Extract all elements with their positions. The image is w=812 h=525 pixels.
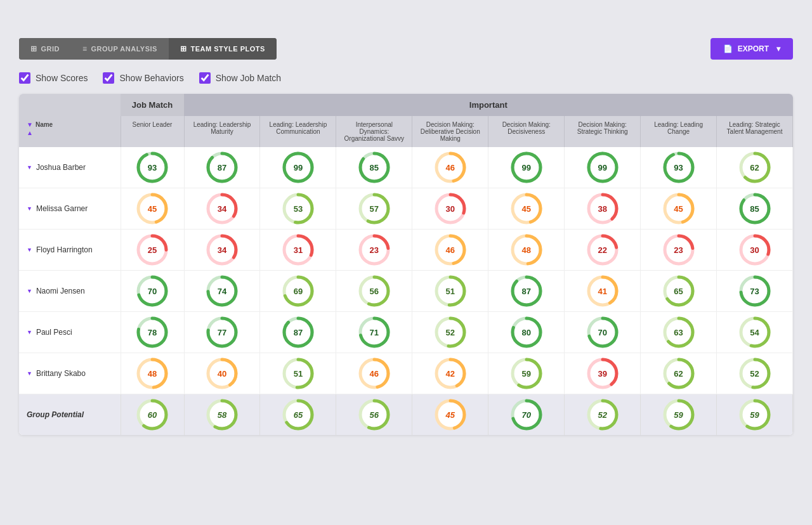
- score-circle: 99: [282, 151, 315, 184]
- score-cell: 65: [641, 271, 717, 312]
- section-header-row: Job Match Important: [19, 94, 793, 116]
- score-cell: 46: [336, 353, 412, 394]
- score-value: 78: [148, 328, 157, 337]
- score-value: 22: [598, 245, 606, 255]
- score-value: 63: [674, 328, 683, 337]
- score-value: 77: [218, 328, 226, 337]
- tab-group-analysis[interactable]: ≡ GROUP ANALYSIS: [71, 38, 169, 60]
- grid-icon: ⊞: [30, 44, 37, 53]
- score-cell: 42: [412, 353, 488, 394]
- person-name-label: Floyd Harrington: [36, 245, 93, 254]
- score-value: 60: [148, 410, 157, 420]
- score-circle: 71: [358, 316, 391, 349]
- score-circle: 30: [738, 233, 771, 266]
- table-row: ▼ Floyd Harrington 25 34 31: [19, 230, 793, 271]
- score-circle: 73: [738, 275, 771, 308]
- score-cell: 56: [336, 271, 412, 312]
- score-cell: 38: [565, 188, 641, 230]
- show-job-match-checkbox[interactable]: Show Job Match: [199, 72, 282, 84]
- row-expand-icon[interactable]: ▼: [27, 164, 32, 171]
- score-circle: 69: [282, 275, 315, 308]
- row-expand-icon[interactable]: ▼: [27, 370, 32, 377]
- score-value: 52: [598, 410, 606, 420]
- score-circle: 77: [206, 316, 239, 349]
- score-value: 23: [370, 245, 379, 255]
- score-value: 74: [218, 287, 226, 296]
- export-button[interactable]: 📄 EXPORT ▾: [710, 38, 793, 60]
- score-cell: 80: [488, 312, 565, 353]
- score-cell: 52: [717, 353, 793, 394]
- score-value: 46: [370, 369, 379, 379]
- row-expand-icon[interactable]: ▼: [27, 288, 32, 294]
- score-circle: 34: [206, 233, 239, 266]
- tab-group: ⊞ GRID ≡ GROUP ANALYSIS ⊞ TEAM STYLE PLO…: [19, 38, 277, 60]
- grid2-icon: ⊞: [180, 44, 187, 53]
- score-value: 34: [218, 204, 226, 214]
- person-name-label: Brittany Skabo: [36, 369, 86, 378]
- score-value: 87: [521, 287, 530, 296]
- col-talent-management: Leading: Strategic Talent Management: [717, 116, 793, 147]
- row-expand-icon[interactable]: ▼: [27, 329, 32, 335]
- col-org-savvy: Interpersonal Dynamics: Organizational S…: [336, 116, 412, 147]
- scores-table: Job Match Important ▼ Name ▲ Senior Le: [19, 94, 793, 435]
- score-value: 70: [521, 410, 530, 420]
- row-expand-icon[interactable]: ▼: [27, 247, 32, 253]
- score-circle: 58: [206, 398, 239, 431]
- score-cell: 54: [717, 312, 793, 353]
- row-expand-icon[interactable]: ▼: [27, 205, 32, 212]
- tab-team-style-plots[interactable]: ⊞ TEAM STYLE PLOTS: [169, 38, 277, 60]
- score-cell: 69: [260, 271, 336, 312]
- score-value: 58: [218, 410, 226, 420]
- score-value: 34: [218, 245, 226, 255]
- group-potential-label: Group Potential: [19, 394, 121, 436]
- score-cell: 22: [565, 230, 641, 271]
- name-header: ▼ Name ▲: [27, 121, 117, 136]
- score-circle: 99: [510, 151, 543, 184]
- score-cell: 63: [641, 312, 717, 353]
- person-name-cell: ▼ Melissa Garner: [19, 188, 121, 230]
- score-circle: 51: [282, 357, 315, 390]
- show-scores-checkbox[interactable]: Show Scores: [19, 72, 88, 84]
- score-cell: 34: [184, 230, 260, 271]
- score-cell: 71: [336, 312, 412, 353]
- score-cell: 46: [412, 230, 488, 271]
- score-cell: 78: [121, 312, 184, 353]
- score-value: 45: [674, 204, 683, 214]
- group-potential-cell: 59: [717, 394, 793, 436]
- sort-down-icon[interactable]: ▼: [27, 121, 33, 128]
- section-important: Important: [184, 94, 793, 116]
- score-circle: 39: [586, 357, 619, 390]
- group-potential-cell: 52: [565, 394, 641, 436]
- export-icon: 📄: [723, 44, 733, 53]
- group-potential-cell: 58: [184, 394, 260, 436]
- group-potential-cell: 60: [121, 394, 184, 436]
- score-value: 56: [370, 287, 379, 296]
- score-cell: 52: [412, 312, 488, 353]
- score-value: 70: [598, 328, 606, 337]
- score-value: 48: [521, 245, 530, 255]
- score-circle: 93: [662, 151, 695, 184]
- score-cell: 34: [184, 188, 260, 230]
- person-name-cell: ▼ Brittany Skabo: [19, 353, 121, 394]
- sort-up-icon[interactable]: ▲: [27, 129, 33, 136]
- col-strategic-thinking: Decision Making: Strategic Thinking: [565, 116, 641, 147]
- person-name-cell: ▼ Naomi Jensen: [19, 271, 121, 312]
- score-cell: 70: [565, 312, 641, 353]
- score-value: 52: [446, 328, 455, 337]
- score-cell: 31: [260, 230, 336, 271]
- score-circle: 46: [434, 151, 467, 184]
- score-value: 45: [148, 204, 157, 214]
- score-circle: 41: [586, 275, 619, 308]
- score-value: 93: [148, 163, 157, 172]
- tab-grid[interactable]: ⊞ GRID: [19, 38, 71, 60]
- score-cell: 23: [336, 230, 412, 271]
- score-circle: 85: [358, 151, 391, 184]
- score-circle: 51: [434, 275, 467, 308]
- person-name-cell: ▼ Floyd Harrington: [19, 230, 121, 271]
- score-circle: 93: [136, 151, 169, 184]
- score-circle: 56: [358, 398, 391, 431]
- score-circle: 48: [510, 233, 543, 266]
- show-behaviors-checkbox[interactable]: Show Behaviors: [103, 72, 183, 84]
- table-row: ▼ Joshua Barber 93 87 99: [19, 147, 793, 188]
- score-cell: 23: [641, 230, 717, 271]
